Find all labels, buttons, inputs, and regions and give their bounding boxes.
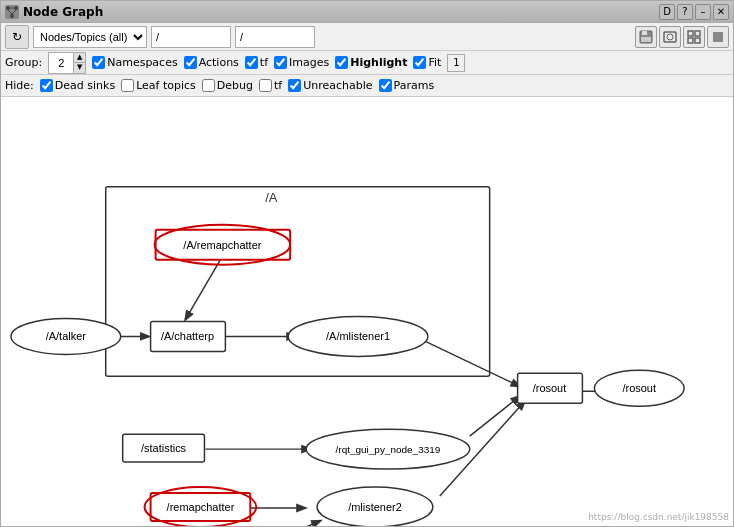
leaf-topics-option[interactable]: Leaf topics [121, 79, 196, 92]
group-spinner[interactable]: ▲ ▼ [48, 52, 86, 74]
close-button[interactable]: ✕ [713, 4, 729, 20]
svg-line-27 [238, 521, 320, 526]
title-bar-buttons: D ? – ✕ [659, 4, 729, 20]
fit-button[interactable] [683, 26, 705, 48]
svg-rect-7 [642, 31, 647, 35]
chatterp-a-label: /A/chatterp [161, 330, 214, 342]
images-checkbox[interactable] [274, 56, 287, 69]
leaf-topics-checkbox[interactable] [121, 79, 134, 92]
svg-rect-16 [713, 32, 723, 42]
svg-rect-14 [688, 38, 693, 43]
group-input[interactable] [49, 53, 73, 73]
highlight-label: Highlight [350, 56, 407, 69]
talker-label: /A/talker [46, 330, 87, 342]
highlight-checkbox[interactable] [335, 56, 348, 69]
fit-label: Fit [428, 56, 441, 69]
namespaces-label: Namespaces [107, 56, 177, 69]
hide-bar: Hide: Dead sinks Leaf topics Debug tf Un… [1, 75, 733, 97]
debug-option[interactable]: Debug [202, 79, 253, 92]
unreachable-label: Unreachable [303, 79, 372, 92]
fit-checkbox[interactable] [413, 56, 426, 69]
dead-sinks-option[interactable]: Dead sinks [40, 79, 115, 92]
question-button[interactable]: ? [677, 4, 693, 20]
hide-label: Hide: [5, 79, 34, 92]
svg-point-10 [667, 34, 673, 40]
title-bar: Node Graph D ? – ✕ [1, 1, 733, 23]
svg-line-5 [12, 10, 16, 14]
leaf-topics-label: Leaf topics [136, 79, 196, 92]
tf-label: tf [260, 56, 268, 69]
rosout-topic-label: /rosout [622, 382, 656, 394]
watermark: https://blog.csdn.net/jik198558 [588, 512, 729, 522]
unreachable-option[interactable]: Unreachable [288, 79, 372, 92]
spinner-arrows: ▲ ▼ [73, 53, 85, 73]
save-button[interactable] [635, 26, 657, 48]
dead-sinks-checkbox[interactable] [40, 79, 53, 92]
graph-area[interactable]: /A [1, 97, 733, 526]
spinner-down[interactable]: ▼ [73, 63, 85, 73]
tf-hide-checkbox[interactable] [259, 79, 272, 92]
group-a-label: /A [265, 190, 278, 205]
spinner-up[interactable]: ▲ [73, 53, 85, 63]
tf-checkbox[interactable] [245, 56, 258, 69]
params-label: Params [394, 79, 435, 92]
filter2-input[interactable] [235, 26, 315, 48]
graph-icon [5, 5, 19, 19]
images-label: Images [289, 56, 329, 69]
tf-hide-label: tf [274, 79, 282, 92]
tf-option[interactable]: tf [245, 56, 268, 69]
filter1-input[interactable] [151, 26, 231, 48]
svg-rect-13 [695, 38, 700, 43]
actions-option[interactable]: Actions [184, 56, 239, 69]
params-option[interactable]: Params [379, 79, 435, 92]
svg-rect-15 [695, 31, 700, 36]
help-button[interactable]: D [659, 4, 675, 20]
actions-label: Actions [199, 56, 239, 69]
toolbar: ↻ Nodes/Topics (all) [1, 23, 733, 51]
debug-checkbox[interactable] [202, 79, 215, 92]
main-window: Node Graph D ? – ✕ ↻ Nodes/Topics (all) [0, 0, 734, 527]
minimize-button[interactable]: – [695, 4, 711, 20]
remapchatter-label: /remapchatter [167, 501, 235, 513]
svg-line-19 [185, 260, 220, 320]
debug-label: Debug [217, 79, 253, 92]
screenshot-button[interactable] [659, 26, 681, 48]
svg-line-4 [8, 10, 12, 14]
page-indicator: 1 [447, 54, 465, 72]
fit-option[interactable]: Fit [413, 56, 441, 69]
svg-point-0 [6, 6, 10, 10]
graph-svg: /A [1, 97, 733, 526]
mlistener1-label: /A/mlistener1 [326, 330, 390, 342]
title-bar-left: Node Graph [5, 5, 103, 19]
stop-button[interactable] [707, 26, 729, 48]
rosout-node-label: /rosout [533, 382, 567, 394]
svg-rect-8 [641, 37, 651, 42]
svg-point-1 [14, 6, 18, 10]
dead-sinks-label: Dead sinks [55, 79, 115, 92]
rqt-node-label: /rqt_gui_py_node_3319 [336, 444, 441, 455]
namespaces-checkbox[interactable] [92, 56, 105, 69]
actions-checkbox[interactable] [184, 56, 197, 69]
svg-rect-12 [688, 31, 693, 36]
svg-point-2 [10, 14, 14, 18]
images-option[interactable]: Images [274, 56, 329, 69]
refresh-button[interactable]: ↻ [5, 25, 29, 49]
refresh-icon: ↻ [12, 30, 22, 44]
statistics-label: /statistics [141, 442, 187, 454]
nodes-topics-dropdown[interactable]: Nodes/Topics (all) [33, 26, 147, 48]
params-checkbox[interactable] [379, 79, 392, 92]
svg-line-21 [415, 336, 520, 386]
mlistener2-label: /mlistener2 [348, 501, 402, 513]
window-title: Node Graph [23, 5, 103, 19]
svg-rect-11 [667, 31, 670, 33]
toolbar-icon-group [635, 26, 729, 48]
highlight-option[interactable]: Highlight [335, 56, 407, 69]
remapchatter-a-label: /A/remapchatter [183, 239, 261, 251]
options-bar: Group: ▲ ▼ Namespaces Actions tf Images … [1, 51, 733, 75]
tf-hide-option[interactable]: tf [259, 79, 282, 92]
namespaces-option[interactable]: Namespaces [92, 56, 177, 69]
group-label: Group: [5, 56, 42, 69]
unreachable-checkbox[interactable] [288, 79, 301, 92]
